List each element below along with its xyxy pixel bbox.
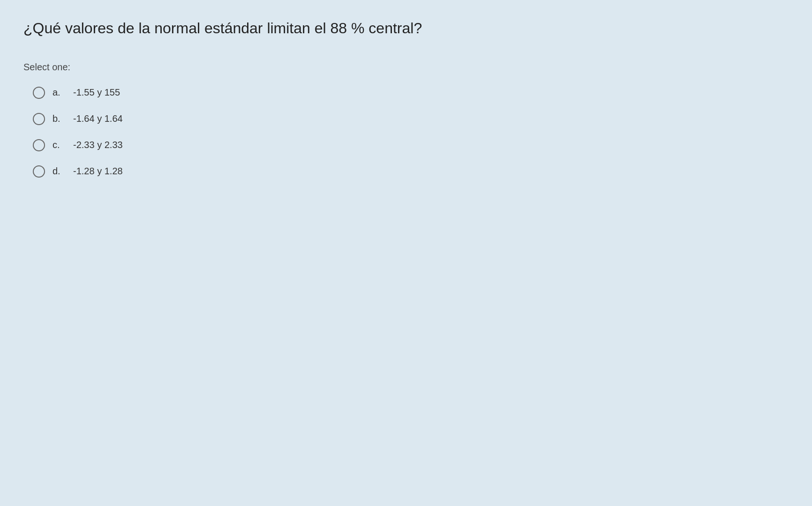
- option-row-c[interactable]: c.-2.33 y 2.33: [33, 139, 789, 151]
- question-text: ¿Qué valores de la normal estándar limit…: [23, 19, 789, 38]
- radio-b[interactable]: [33, 113, 45, 125]
- option-value-b: -1.64 y 1.64: [73, 113, 123, 124]
- option-row-d[interactable]: d.-1.28 y 1.28: [33, 165, 789, 178]
- radio-d[interactable]: [33, 165, 45, 178]
- radio-c[interactable]: [33, 139, 45, 151]
- option-label-c: c.: [53, 140, 66, 150]
- option-row-a[interactable]: a.-1.55 y 155: [33, 87, 789, 99]
- option-label-b: b.: [53, 113, 66, 124]
- option-value-a: -1.55 y 155: [73, 87, 120, 98]
- option-value-c: -2.33 y 2.33: [73, 140, 123, 150]
- option-label-a: a.: [53, 87, 66, 98]
- radio-a[interactable]: [33, 87, 45, 99]
- option-label-d: d.: [53, 166, 66, 177]
- option-row-b[interactable]: b.-1.64 y 1.64: [33, 113, 789, 125]
- page-container: ¿Qué valores de la normal estándar limit…: [0, 0, 812, 506]
- select-one-label: Select one:: [23, 62, 789, 73]
- options-container: a.-1.55 y 155b.-1.64 y 1.64c.-2.33 y 2.3…: [23, 87, 789, 178]
- option-value-d: -1.28 y 1.28: [73, 166, 123, 177]
